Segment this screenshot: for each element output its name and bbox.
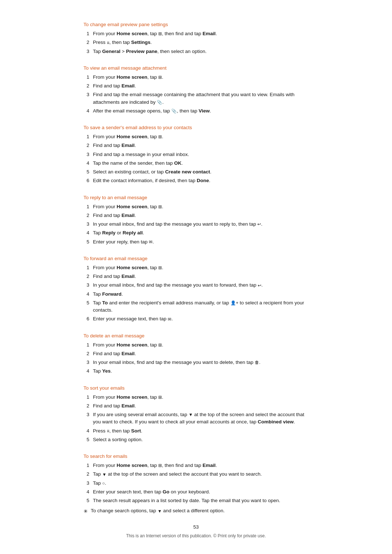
sections-container: To change email preview pane settings1Fr… bbox=[83, 22, 309, 514]
step-list-sort-emails: 1From your Home screen, tap ⊞.2Find and … bbox=[83, 394, 309, 444]
step-text: In your email inbox, find and tap the me… bbox=[93, 221, 309, 228]
step-number: 4 bbox=[83, 160, 89, 167]
step-number: 3 bbox=[83, 221, 89, 228]
step-item: 3In your email inbox, find and tap the m… bbox=[83, 282, 309, 289]
step-number: 3 bbox=[83, 48, 89, 55]
step-number: 1 bbox=[83, 133, 89, 140]
step-item: 2Find and tap Email. bbox=[83, 212, 309, 219]
step-item: 4Press ≡, then tap Sort. bbox=[83, 427, 309, 435]
step-item: 2Find and tap Email. bbox=[83, 82, 309, 90]
step-text: In your email inbox, find and tap the me… bbox=[93, 359, 309, 366]
step-item: 2Tap ▼ at the top of the screen and sele… bbox=[83, 471, 309, 478]
section-sort-emails: To sort your emails1From your Home scree… bbox=[83, 385, 309, 444]
step-number: 5 bbox=[83, 436, 89, 443]
step-number: 2 bbox=[83, 39, 89, 46]
note-row-search-emails: ✳To change search options, tap ▼ and sel… bbox=[83, 508, 309, 514]
step-text: Find and tap Email. bbox=[93, 402, 309, 410]
step-text: The search result appears in a list sort… bbox=[93, 497, 309, 504]
step-text: Enter your reply, then tap ✉. bbox=[93, 238, 309, 246]
step-text: Tap Forward. bbox=[93, 291, 309, 298]
step-text: Select a sorting option. bbox=[93, 436, 309, 443]
step-text: Tap ▼ at the top of the screen and selec… bbox=[93, 471, 309, 478]
step-item: 4After the email message opens, tap 📎, t… bbox=[83, 107, 309, 115]
step-number: 5 bbox=[83, 168, 89, 176]
step-item: 4Enter your search text, then tap Go on … bbox=[83, 488, 309, 496]
step-item: 1From your Home screen, tap ⊞, then find… bbox=[83, 30, 309, 37]
step-item: 6Enter your message text, then tap ✉. bbox=[83, 315, 309, 323]
step-number: 2 bbox=[83, 142, 89, 149]
section-title-reply-email: To reply to an email message bbox=[83, 195, 309, 200]
step-number: 4 bbox=[83, 427, 89, 435]
step-number: 3 bbox=[83, 91, 89, 106]
step-number: 5 bbox=[83, 299, 89, 314]
step-list-change-preview: 1From your Home screen, tap ⊞, then find… bbox=[83, 30, 309, 55]
step-item: 1From your Home screen, tap ⊞. bbox=[83, 394, 309, 401]
section-change-preview: To change email preview pane settings1Fr… bbox=[83, 22, 309, 55]
step-text: Tap Reply or Reply all. bbox=[93, 229, 309, 237]
section-title-sort-emails: To sort your emails bbox=[83, 385, 309, 391]
step-item: 5The search result appears in a list sor… bbox=[83, 497, 309, 504]
step-item: 4Tap Yes. bbox=[83, 368, 309, 375]
step-text: Tap Yes. bbox=[93, 368, 309, 375]
step-list-reply-email: 1From your Home screen, tap ⊞.2Find and … bbox=[83, 203, 309, 246]
step-text: Press ≡, then tap Sort. bbox=[93, 427, 309, 435]
step-text: From your Home screen, tap ⊞. bbox=[93, 74, 309, 81]
step-item: 5Tap To and enter the recipient's email … bbox=[83, 299, 309, 314]
step-number: 1 bbox=[83, 30, 89, 37]
step-number: 1 bbox=[83, 74, 89, 81]
step-number: 1 bbox=[83, 264, 89, 271]
step-text: Tap General > Preview pane, then select … bbox=[93, 48, 309, 55]
section-title-change-preview: To change email preview pane settings bbox=[83, 22, 309, 27]
step-number: 1 bbox=[83, 462, 89, 469]
step-item: 5Select a sorting option. bbox=[83, 436, 309, 443]
step-text: Edit the contact information, if desired… bbox=[93, 177, 309, 184]
step-text: Find and tap Email. bbox=[93, 212, 309, 219]
step-text: From your Home screen, tap ⊞. bbox=[93, 203, 309, 210]
tip-icon: ✳ bbox=[83, 508, 88, 514]
step-item: 6Edit the contact information, if desire… bbox=[83, 177, 309, 184]
step-number: 2 bbox=[83, 350, 89, 357]
step-item: 1From your Home screen, tap ⊞. bbox=[83, 74, 309, 81]
page-number: 53 bbox=[83, 524, 309, 530]
step-item: 1From your Home screen, tap ⊞. bbox=[83, 133, 309, 140]
step-item: 3Find and tap the email message containi… bbox=[83, 91, 309, 106]
page: To change email preview pane settings1Fr… bbox=[54, 0, 338, 554]
step-number: 4 bbox=[83, 107, 89, 115]
step-number: 3 bbox=[83, 480, 89, 487]
step-number: 1 bbox=[83, 394, 89, 401]
step-item: 1From your Home screen, tap ⊞. bbox=[83, 341, 309, 349]
step-text: Tap ○. bbox=[93, 480, 309, 487]
step-item: 2Find and tap Email. bbox=[83, 350, 309, 357]
step-text: Tap To and enter the recipient's email a… bbox=[93, 299, 309, 314]
step-item: 2Find and tap Email. bbox=[83, 273, 309, 280]
section-title-view-attachment: To view an email message attachment bbox=[83, 65, 309, 71]
step-number: 2 bbox=[83, 402, 89, 410]
step-list-delete-email: 1From your Home screen, tap ⊞.2Find and … bbox=[83, 341, 309, 375]
step-number: 5 bbox=[83, 238, 89, 246]
section-delete-email: To delete an email message1From your Hom… bbox=[83, 333, 309, 375]
step-text: From your Home screen, tap ⊞. bbox=[93, 394, 309, 401]
step-number: 4 bbox=[83, 229, 89, 237]
section-forward-email: To forward an email message1From your Ho… bbox=[83, 256, 309, 323]
copyright-text: This is an Internet version of this publ… bbox=[83, 533, 309, 538]
step-text: Enter your message text, then tap ✉. bbox=[93, 315, 309, 323]
step-text: Find and tap the email message containin… bbox=[93, 91, 309, 106]
step-number: 4 bbox=[83, 488, 89, 496]
step-item: 5Enter your reply, then tap ✉. bbox=[83, 238, 309, 246]
section-title-delete-email: To delete an email message bbox=[83, 333, 309, 338]
section-save-sender: To save a sender's email address to your… bbox=[83, 125, 309, 185]
step-text: Find and tap a message in your email inb… bbox=[93, 151, 309, 158]
section-title-save-sender: To save a sender's email address to your… bbox=[83, 125, 309, 130]
section-reply-email: To reply to an email message1From your H… bbox=[83, 195, 309, 246]
step-item: 3In your email inbox, find and tap the m… bbox=[83, 359, 309, 366]
step-list-view-attachment: 1From your Home screen, tap ⊞.2Find and … bbox=[83, 74, 309, 115]
step-item: 5Select an existing contact, or tap Crea… bbox=[83, 168, 309, 176]
section-title-forward-email: To forward an email message bbox=[83, 256, 309, 261]
step-number: 1 bbox=[83, 203, 89, 210]
step-text: Enter your search text, then tap Go on y… bbox=[93, 488, 309, 496]
step-item: 4Tap Forward. bbox=[83, 291, 309, 298]
step-item: 4Tap the name of the sender, then tap OK… bbox=[83, 160, 309, 167]
step-list-save-sender: 1From your Home screen, tap ⊞.2Find and … bbox=[83, 133, 309, 185]
step-list-forward-email: 1From your Home screen, tap ⊞.2Find and … bbox=[83, 264, 309, 323]
section-title-search-emails: To search for emails bbox=[83, 454, 309, 459]
